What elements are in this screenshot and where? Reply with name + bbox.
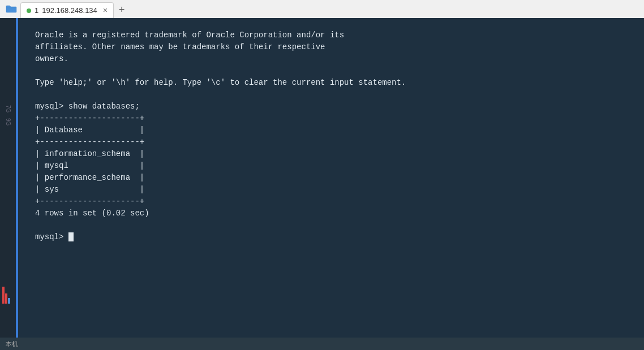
tab-session[interactable]: 1 192.168.248.134 × [20, 2, 114, 18]
bar-1 [2, 287, 5, 304]
left-label-9g: 9G [5, 118, 11, 126]
bar-3 [8, 298, 10, 304]
terminal-area[interactable]: Oracle is a registered trademark of Orac… [18, 18, 644, 338]
left-label-7g: 7G [5, 105, 11, 113]
terminal-cursor [68, 232, 74, 241]
main-area: 7G 9G Oracle is a registered trademark o… [0, 18, 644, 338]
terminal-output: Oracle is a registered trademark of Orac… [35, 29, 627, 243]
tab-ip: 192.168.248.134 [42, 6, 97, 15]
bottom-local-label: 本机 [6, 340, 18, 348]
bottom-bar: 本机 [0, 338, 644, 350]
left-panel: 7G 9G [0, 18, 16, 338]
mini-chart [2, 281, 10, 304]
tab-close-button[interactable]: × [103, 7, 108, 15]
bar-2 [5, 293, 7, 304]
tab-bar: 1 192.168.248.134 × + [0, 0, 644, 18]
tab-number: 1 [35, 6, 38, 15]
folder-icon[interactable] [2, 0, 20, 18]
tab-status-dot [27, 8, 31, 13]
new-tab-button[interactable]: + [114, 2, 130, 18]
